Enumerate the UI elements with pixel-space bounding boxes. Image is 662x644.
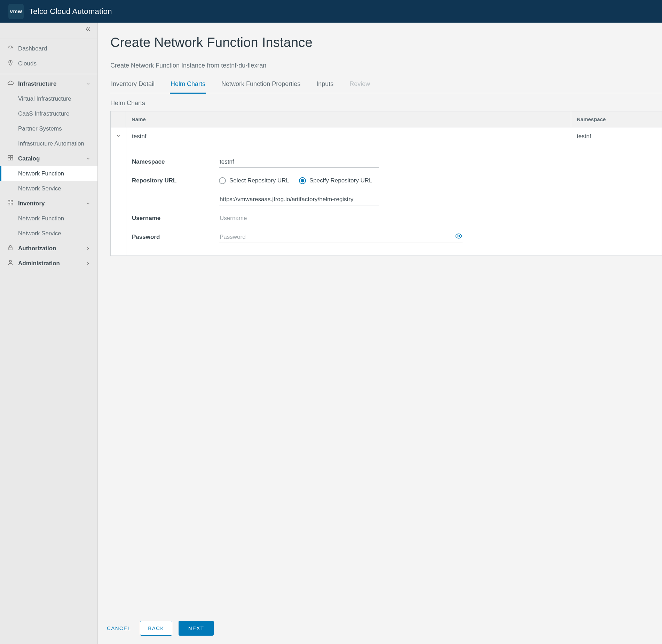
next-button[interactable]: NEXT [179, 621, 214, 636]
sidebar-item-label: Infrastructure [18, 80, 57, 87]
sidebar-section-infrastructure[interactable]: Infrastructure [0, 76, 97, 91]
app-logo-text: vmw [10, 8, 22, 14]
radio-specify-repository-url[interactable]: Specify Repository URL [299, 177, 372, 184]
password-label: Password [132, 234, 219, 241]
inventory-icon [7, 199, 14, 208]
section-label-helm-charts: Helm Charts [110, 100, 662, 107]
username-label: Username [132, 215, 219, 222]
svg-point-11 [9, 260, 11, 262]
svg-rect-10 [9, 247, 12, 250]
table-header: Name Namespace [111, 111, 662, 127]
repository-url-input[interactable] [219, 194, 379, 205]
sidebar-section-authorization[interactable]: Authorization [0, 241, 97, 256]
cancel-button[interactable]: CANCEL [104, 622, 134, 635]
gauge-icon [7, 44, 14, 53]
sidebar-item-partner-systems[interactable]: Partner Systems [0, 121, 97, 136]
tab-network-function-properties[interactable]: Network Function Properties [221, 80, 301, 93]
row-cell-name: testnf [126, 127, 571, 146]
svg-point-12 [458, 235, 460, 237]
chevron-down-icon [86, 156, 90, 161]
back-button[interactable]: BACK [140, 621, 172, 636]
radio-label: Specify Repository URL [309, 177, 372, 184]
svg-rect-8 [8, 203, 10, 205]
sidebar-item-label: Inventory [18, 200, 45, 207]
tab-review: Review [349, 80, 371, 93]
chevron-right-icon [86, 261, 90, 266]
row-expand-toggle[interactable] [111, 127, 126, 139]
svg-rect-7 [11, 200, 13, 202]
tab-helm-charts[interactable]: Helm Charts [170, 80, 206, 94]
app-title: Telco Cloud Automation [29, 7, 112, 16]
tab-inventory-detail[interactable]: Inventory Detail [110, 80, 155, 93]
column-header-namespace[interactable]: Namespace [571, 111, 662, 127]
sidebar-item-catalog-network-function[interactable]: Network Function [0, 166, 97, 181]
main-content: Create Network Function Instance Create … [98, 23, 662, 644]
sidebar-item-dashboard[interactable]: Dashboard [0, 41, 97, 56]
chevron-down-icon [116, 133, 121, 139]
svg-point-1 [10, 62, 11, 63]
radio-select-repository-url[interactable]: Select Repository URL [219, 177, 289, 184]
sidebar-item-label: Catalog [18, 155, 40, 162]
sidebar: Dashboard Clouds Infrastructure Virtual … [0, 23, 98, 644]
row-cell-namespace: testnf [571, 127, 662, 146]
user-icon [7, 259, 14, 268]
sidebar-item-catalog-network-service[interactable]: Network Service [0, 181, 97, 196]
sidebar-item-label: Dashboard [18, 45, 47, 52]
chevron-down-icon [86, 201, 90, 206]
sidebar-section-administration[interactable]: Administration [0, 256, 97, 271]
sidebar-item-inventory-network-function[interactable]: Network Function [0, 211, 97, 226]
lock-icon [7, 244, 14, 253]
namespace-input[interactable] [219, 156, 379, 168]
tab-inputs[interactable]: Inputs [316, 80, 334, 93]
radio-label: Select Repository URL [229, 177, 289, 184]
helm-charts-table: Name Namespace testnf testnf [110, 111, 662, 256]
sidebar-section-catalog[interactable]: Catalog [0, 151, 97, 166]
wizard-footer: CANCEL BACK NEXT [98, 612, 662, 644]
page-title: Create Network Function Instance [110, 35, 662, 50]
table-row: testnf testnf Namespace Rep [111, 127, 662, 256]
helm-chart-form: Namespace Repository URL [126, 146, 662, 256]
sidebar-item-clouds[interactable]: Clouds [0, 56, 97, 71]
sidebar-item-label: Authorization [18, 245, 56, 252]
sidebar-item-caas-infrastructure[interactable]: CaaS Infrastructure [0, 106, 97, 121]
svg-rect-3 [11, 155, 13, 157]
sidebar-item-label: Administration [18, 260, 60, 267]
location-pin-icon [7, 59, 14, 68]
svg-rect-2 [8, 155, 10, 157]
tabs: Inventory Detail Helm Charts Network Fun… [110, 80, 662, 93]
sidebar-item-label: Clouds [18, 60, 37, 67]
svg-rect-6 [8, 200, 10, 202]
radio-dot-icon [219, 177, 226, 184]
radio-dot-icon [299, 177, 306, 184]
app-logo: vmw [8, 4, 24, 19]
repository-url-label: Repository URL [132, 177, 219, 184]
chevron-down-icon [86, 81, 90, 86]
username-input[interactable] [219, 213, 379, 224]
page-subtitle: Create Network Function Instance from te… [110, 62, 662, 69]
sidebar-item-inventory-network-service[interactable]: Network Service [0, 226, 97, 241]
cloud-icon [7, 79, 14, 88]
sidebar-item-infrastructure-automation[interactable]: Infrastructure Automation [0, 136, 97, 151]
chevron-right-icon [86, 246, 90, 251]
catalog-icon [7, 154, 14, 163]
svg-rect-5 [11, 158, 13, 160]
sidebar-section-inventory[interactable]: Inventory [0, 196, 97, 211]
password-input[interactable] [219, 231, 463, 243]
sidebar-collapse-icon[interactable] [85, 26, 91, 34]
sidebar-item-virtual-infrastructure[interactable]: Virtual Infrastructure [0, 91, 97, 106]
column-header-name[interactable]: Name [126, 111, 571, 127]
svg-line-0 [10, 47, 11, 48]
svg-rect-9 [11, 203, 13, 205]
namespace-label: Namespace [132, 158, 219, 165]
svg-rect-4 [8, 158, 10, 160]
top-bar: vmw Telco Cloud Automation [0, 0, 662, 23]
show-password-button[interactable] [455, 232, 463, 241]
eye-icon [455, 232, 463, 240]
